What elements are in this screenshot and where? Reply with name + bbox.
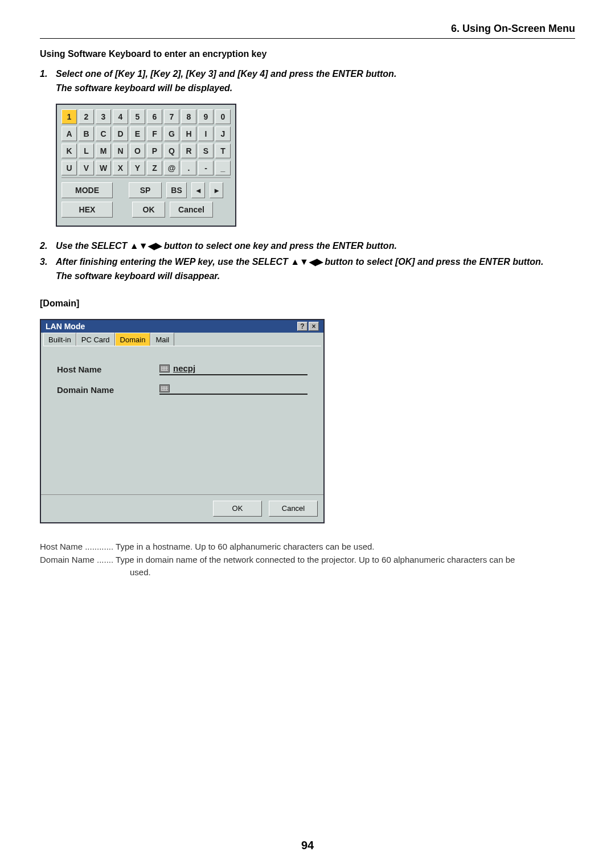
kb-row-1: 1 2 3 4 5 6 7 8 9 0 bbox=[62, 109, 231, 124]
software-keyboard: 1 2 3 4 5 6 7 8 9 0 A B C D E F G H I bbox=[56, 104, 575, 227]
kb-backspace-button[interactable]: BS bbox=[166, 182, 187, 198]
kb-key-t[interactable]: T bbox=[215, 144, 231, 158]
domain-name-description-1: Domain Name ....... Type in domain name … bbox=[40, 554, 575, 567]
kb-key-e[interactable]: E bbox=[130, 126, 145, 141]
tab-pccard[interactable]: PC Card bbox=[76, 333, 115, 346]
host-name-input[interactable]: necpj bbox=[159, 363, 308, 375]
dialog-help-button[interactable]: ? bbox=[297, 322, 308, 331]
tab-domain[interactable]: Domain bbox=[115, 333, 151, 346]
step-2: 2. Use the SELECT ▲▼◀▶ button to select … bbox=[40, 239, 575, 253]
dialog-cancel-button[interactable]: Cancel bbox=[269, 501, 318, 517]
kb-key-y[interactable]: Y bbox=[130, 161, 145, 175]
page-number: 94 bbox=[0, 839, 615, 852]
kb-key-2[interactable]: 2 bbox=[79, 109, 94, 124]
dialog-title: LAN Mode bbox=[46, 322, 85, 331]
kb-key-i[interactable]: I bbox=[198, 126, 214, 141]
domain-heading: [Domain] bbox=[40, 298, 575, 309]
kb-key-c[interactable]: C bbox=[96, 126, 111, 141]
kb-key-o[interactable]: O bbox=[130, 144, 145, 158]
dialog-close-button[interactable]: × bbox=[309, 322, 319, 331]
kb-row-3: K L M N O P Q R S T bbox=[62, 144, 231, 158]
kb-key-8[interactable]: 8 bbox=[181, 109, 196, 124]
kb-key-u[interactable]: U bbox=[62, 161, 77, 175]
sub-heading: Using Software Keyboard to enter an encr… bbox=[40, 49, 575, 59]
domain-name-input[interactable] bbox=[159, 384, 308, 395]
kb-key-dot[interactable]: . bbox=[181, 161, 196, 175]
kb-right-button[interactable]: ▸ bbox=[210, 182, 223, 198]
kb-key-w[interactable]: W bbox=[96, 161, 111, 175]
kb-key-l[interactable]: L bbox=[79, 144, 94, 158]
kb-key-k[interactable]: K bbox=[62, 144, 77, 158]
kb-key-b[interactable]: B bbox=[79, 126, 94, 141]
step-1-text: Select one of [Key 1], [Key 2], [Key 3] … bbox=[56, 67, 575, 81]
kb-key-a[interactable]: A bbox=[62, 126, 77, 141]
host-name-value: necpj bbox=[173, 363, 195, 373]
kb-left-button[interactable]: ◂ bbox=[191, 182, 205, 198]
kb-key-g[interactable]: G bbox=[164, 126, 179, 141]
step-1-sub: The software keyboard will be displayed. bbox=[56, 83, 575, 93]
tab-mail[interactable]: Mail bbox=[150, 333, 174, 346]
kb-hex-button[interactable]: HEX bbox=[62, 202, 113, 218]
dialog-tabs: Built-in PC Card Domain Mail bbox=[41, 333, 323, 346]
kb-key-underscore[interactable]: _ bbox=[215, 161, 231, 175]
kb-key-f[interactable]: F bbox=[147, 126, 162, 141]
step-3-num: 3. bbox=[40, 255, 56, 269]
kb-key-s[interactable]: S bbox=[198, 144, 214, 158]
kb-ok-button[interactable]: OK bbox=[132, 202, 165, 218]
kb-cancel-button[interactable]: Cancel bbox=[170, 202, 213, 218]
step-2-text: Use the SELECT ▲▼◀▶ button to select one… bbox=[56, 239, 575, 253]
tab-builtin[interactable]: Built-in bbox=[43, 333, 76, 346]
kb-key-0[interactable]: 0 bbox=[215, 109, 231, 124]
step-2-num: 2. bbox=[40, 239, 56, 253]
kb-key-p[interactable]: P bbox=[147, 144, 162, 158]
kb-key-q[interactable]: Q bbox=[164, 144, 179, 158]
section-title: 6. Using On-Screen Menu bbox=[40, 23, 575, 39]
kb-key-4[interactable]: 4 bbox=[113, 109, 128, 124]
kb-mode-button[interactable]: MODE bbox=[62, 182, 113, 198]
dialog-ok-button[interactable]: OK bbox=[213, 501, 262, 517]
kb-key-d[interactable]: D bbox=[113, 126, 128, 141]
keyboard-icon[interactable] bbox=[159, 384, 170, 392]
kb-row-2: A B C D E F G H I J bbox=[62, 126, 231, 141]
kb-key-9[interactable]: 9 bbox=[198, 109, 214, 124]
kb-key-7[interactable]: 7 bbox=[164, 109, 179, 124]
kb-row-4: U V W X Y Z @ . - _ bbox=[62, 161, 231, 175]
step-3-text: After finishing entering the WEP key, us… bbox=[56, 255, 575, 269]
domain-name-label: Domain Name bbox=[57, 385, 159, 395]
kb-key-5[interactable]: 5 bbox=[130, 109, 145, 124]
keyboard-icon[interactable] bbox=[159, 365, 170, 372]
kb-key-1[interactable]: 1 bbox=[62, 109, 77, 124]
kb-key-6[interactable]: 6 bbox=[147, 109, 162, 124]
kb-key-r[interactable]: R bbox=[181, 144, 196, 158]
kb-key-x[interactable]: X bbox=[113, 161, 128, 175]
kb-key-at[interactable]: @ bbox=[164, 161, 179, 175]
kb-key-h[interactable]: H bbox=[181, 126, 196, 141]
kb-key-m[interactable]: M bbox=[96, 144, 111, 158]
lan-mode-dialog: LAN Mode ? × Built-in PC Card Domain Mai… bbox=[40, 319, 575, 523]
kb-key-j[interactable]: J bbox=[215, 126, 231, 141]
kb-key-z[interactable]: Z bbox=[147, 161, 162, 175]
kb-key-v[interactable]: V bbox=[79, 161, 94, 175]
kb-key-3[interactable]: 3 bbox=[96, 109, 111, 124]
host-name-description: Host Name ............ Type in a hostnam… bbox=[40, 541, 575, 554]
step-3-sub: The software keyboard will disappear. bbox=[56, 271, 575, 281]
kb-key-n[interactable]: N bbox=[113, 144, 128, 158]
domain-name-description-2: used. bbox=[130, 566, 575, 579]
kb-key-hyphen[interactable]: - bbox=[198, 161, 214, 175]
step-3: 3. After finishing entering the WEP key,… bbox=[40, 255, 575, 269]
step-1: 1. Select one of [Key 1], [Key 2], [Key … bbox=[40, 67, 575, 81]
kb-space-button[interactable]: SP bbox=[129, 182, 162, 198]
step-1-num: 1. bbox=[40, 67, 56, 81]
host-name-label: Host Name bbox=[57, 365, 159, 374]
